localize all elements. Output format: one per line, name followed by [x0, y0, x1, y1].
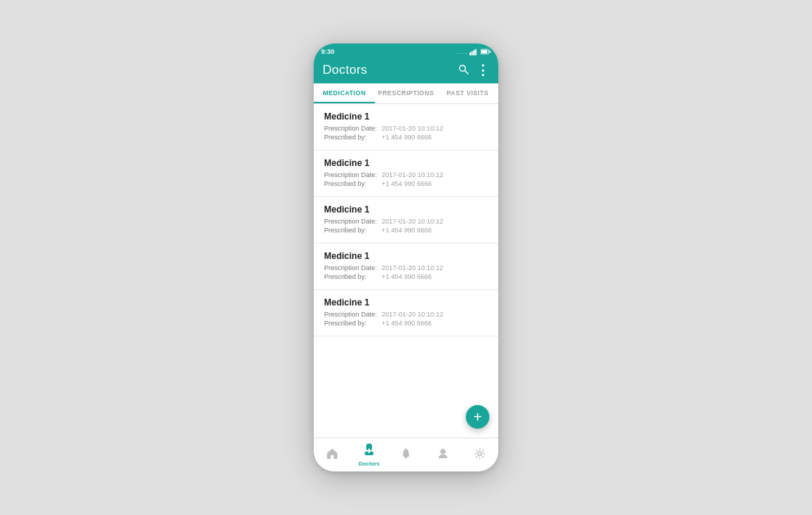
- status-icons: .....: [456, 49, 491, 55]
- prescribed-by-label: Prescribed by:: [324, 319, 382, 327]
- status-bar: 9:30 .....: [314, 44, 498, 58]
- prescription-date-label: Prescription Date:: [324, 311, 382, 318]
- phone-frame: 9:30 ..... Doctors: [314, 44, 498, 471]
- content-area: Medicine 1 Prescription Date: 2017-01-20…: [314, 104, 498, 438]
- svg-rect-12: [367, 450, 371, 452]
- tab-past-visits[interactable]: PAST VISITS: [437, 83, 498, 103]
- medicine-name: Medicine 1: [324, 297, 488, 308]
- svg-point-14: [405, 448, 407, 449]
- tabs-container: MEDICATION PRESCRIPTIONS PAST VISITS: [314, 83, 498, 104]
- medicine-name: Medicine 1: [324, 251, 488, 261]
- prescription-date-label: Prescription Date:: [324, 264, 382, 272]
- svg-point-15: [441, 449, 446, 454]
- medicine-name: Medicine 1: [324, 111, 488, 122]
- prescription-date-label: Prescription Date:: [324, 125, 382, 132]
- prescribed-by-label: Prescribed by:: [324, 134, 382, 141]
- nav-item-notifications[interactable]: [388, 448, 424, 463]
- svg-rect-13: [405, 457, 407, 458]
- settings-icon: [474, 448, 486, 463]
- prescription-date-row: Prescription Date: 2017-01-20 10:10:12: [324, 264, 488, 272]
- prescribed-by-row: Prescribed by: +1 454 990 6666: [324, 273, 488, 280]
- status-time: 9:30: [321, 48, 334, 55]
- svg-rect-3: [475, 49, 477, 55]
- app-header: Doctors ⋮: [314, 58, 498, 83]
- prescribed-by-row: Prescribed by: +1 454 990 6666: [324, 180, 488, 187]
- prescribed-by-value: +1 454 990 6666: [382, 227, 432, 234]
- nav-item-settings[interactable]: [461, 448, 498, 463]
- medicine-card[interactable]: Medicine 1 Prescription Date: 2017-01-20…: [314, 290, 498, 336]
- add-fab-button[interactable]: +: [466, 405, 489, 429]
- svg-rect-1: [472, 51, 473, 55]
- signal-icon: [469, 49, 478, 55]
- prescription-date-value: 2017-01-20 10:10:12: [382, 264, 444, 272]
- prescription-date-label: Prescription Date:: [324, 218, 382, 225]
- notifications-icon: [400, 448, 412, 463]
- signal-dots: .....: [456, 49, 467, 55]
- prescribed-by-label: Prescribed by:: [324, 180, 382, 187]
- medicine-name: Medicine 1: [324, 158, 488, 168]
- nav-item-home[interactable]: [314, 448, 351, 463]
- medicine-card[interactable]: Medicine 1 Prescription Date: 2017-01-20…: [314, 151, 498, 197]
- battery-icon: [481, 49, 491, 55]
- prescribed-by-value: +1 454 990 6666: [382, 180, 432, 187]
- medicine-name: Medicine 1: [324, 204, 488, 215]
- medicine-card[interactable]: Medicine 1 Prescription Date: 2017-01-20…: [314, 104, 498, 151]
- prescribed-by-row: Prescribed by: +1 454 990 6666: [324, 319, 488, 327]
- more-options-icon[interactable]: ⋮: [476, 63, 489, 77]
- svg-rect-2: [473, 50, 475, 55]
- profile-icon: [437, 448, 449, 463]
- prescribed-by-value: +1 454 990 6666: [382, 134, 432, 141]
- home-icon: [326, 448, 338, 463]
- medicine-card[interactable]: Medicine 1 Prescription Date: 2017-01-20…: [314, 197, 498, 243]
- prescription-date-value: 2017-01-20 10:10:12: [382, 171, 444, 179]
- doctors-icon: [362, 443, 376, 459]
- header-icons: ⋮: [458, 63, 489, 77]
- nav-item-doctors[interactable]: Doctors: [351, 443, 388, 467]
- prescribed-by-row: Prescribed by: +1 454 990 6666: [324, 227, 488, 234]
- svg-rect-0: [469, 52, 471, 55]
- prescribed-by-label: Prescribed by:: [324, 227, 382, 234]
- search-icon[interactable]: [458, 64, 469, 77]
- svg-line-8: [465, 70, 468, 73]
- prescribed-by-value: +1 454 990 6666: [382, 319, 432, 327]
- prescription-date-row: Prescription Date: 2017-01-20 10:10:12: [324, 311, 488, 318]
- prescription-date-value: 2017-01-20 10:10:12: [382, 218, 444, 225]
- medicine-card[interactable]: Medicine 1 Prescription Date: 2017-01-20…: [314, 243, 498, 290]
- nav-item-profile[interactable]: [424, 448, 461, 463]
- nav-label-doctors: Doctors: [359, 460, 379, 467]
- tab-medication[interactable]: MEDICATION: [314, 83, 375, 103]
- svg-point-16: [478, 452, 482, 455]
- app-title: Doctors: [323, 63, 368, 77]
- prescribed-by-label: Prescribed by:: [324, 273, 382, 280]
- svg-rect-6: [489, 51, 491, 53]
- bottom-nav: Doctors: [314, 438, 498, 471]
- prescription-date-row: Prescription Date: 2017-01-20 10:10:12: [324, 125, 488, 132]
- prescribed-by-row: Prescribed by: +1 454 990 6666: [324, 134, 488, 141]
- prescription-date-value: 2017-01-20 10:10:12: [382, 311, 444, 318]
- tab-prescriptions[interactable]: PRESCRIPTIONS: [375, 83, 437, 103]
- prescribed-by-value: +1 454 990 6666: [382, 273, 432, 280]
- prescription-date-row: Prescription Date: 2017-01-20 10:10:12: [324, 218, 488, 225]
- prescription-date-value: 2017-01-20 10:10:12: [382, 125, 444, 132]
- prescription-date-row: Prescription Date: 2017-01-20 10:10:12: [324, 171, 488, 179]
- svg-rect-5: [481, 50, 487, 53]
- prescription-date-label: Prescription Date:: [324, 171, 382, 179]
